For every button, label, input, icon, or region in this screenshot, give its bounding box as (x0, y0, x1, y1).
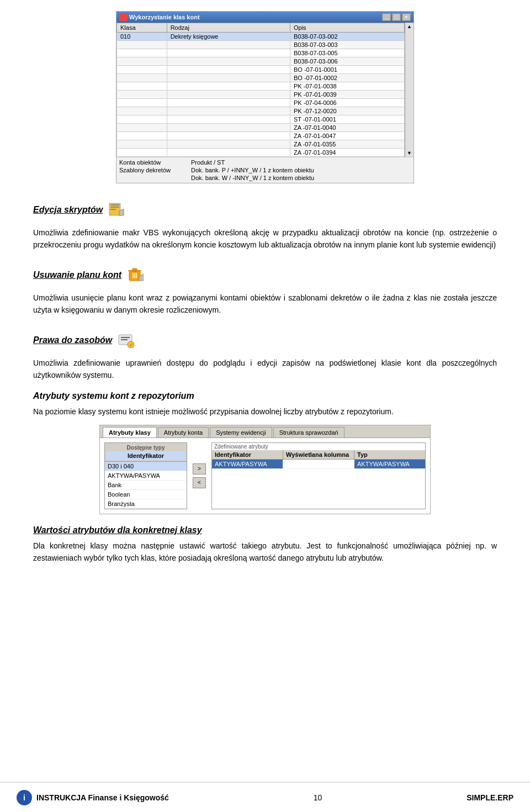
win1-bottom: Konta obiektów Produkt / ST Szablony dek… (116, 157, 414, 183)
defined-attrs-panel: Zdefiniowane atrybuty Identyfikator Wyśw… (211, 442, 426, 509)
footer: i INSTRUKCJA Finanse i Księgowość 10 SIM… (0, 782, 530, 812)
bottom-value-2: Dok. bank. W / -INNY_W / 1 z kontem obie… (191, 175, 411, 181)
svg-rect-14 (121, 339, 128, 340)
window2-screenshot: Atrybuty klasy Atrybuty konta Systemy ew… (99, 425, 431, 514)
bottom-label-2 (119, 175, 191, 181)
dah-identyfikator: Identyfikator (212, 450, 283, 459)
win1-controls: _ □ × (382, 13, 411, 21)
table-row[interactable]: PK -07-01-0039 (117, 91, 405, 99)
table-row[interactable]: BO -07-01-0001 (117, 66, 405, 74)
table-row[interactable]: ZA -07-01-0047 (117, 132, 405, 140)
win2-tabs: Atrybuty klasy Atrybuty konta Systemy ew… (100, 425, 430, 438)
table-row[interactable]: ZA -07-01-0040 (117, 124, 405, 132)
table-row[interactable]: ST -07-01-0001 (117, 115, 405, 124)
bottom-value-0: Produkt / ST (191, 159, 411, 166)
footer-title: INSTRUKCJA Finanse i Księgowość (36, 793, 169, 802)
section1-text: Umożliwia zdefiniowanie makr VBS wykonuj… (33, 226, 497, 251)
section2-text: Umożliwia usunięcie planu kont wraz z po… (33, 292, 497, 317)
svg-rect-2 (110, 207, 119, 208)
footer-page: 10 (314, 793, 322, 802)
bottom-label-0: Konta obiektów (119, 159, 191, 166)
table-row[interactable]: B038-07-03-003 (117, 41, 405, 49)
section1-heading: Edycja skryptów (33, 200, 497, 220)
section3-title: Prawa do zasobów (33, 335, 112, 345)
section5-title: Wartości atrybutów dla konkretnej klasy (33, 525, 202, 535)
table-row[interactable]: B038-07-03-006 (117, 57, 405, 66)
bottom-label-1: Szablony dekretów (119, 167, 191, 173)
svg-rect-3 (110, 209, 116, 210)
section3-heading: Prawa do zasobów ✓ (33, 330, 497, 350)
section1-title: Edycja skryptów (33, 205, 103, 215)
table-row[interactable]: B038-07-03-005 (117, 49, 405, 57)
at-row-bank[interactable]: Bank (105, 481, 187, 490)
table-row[interactable]: PK -07-04-0006 (117, 99, 405, 107)
win1-close[interactable]: × (402, 13, 411, 21)
section2-heading: Usuwanie planu kont (33, 265, 497, 285)
svg-text:✓: ✓ (129, 342, 133, 348)
win1-icon (119, 13, 127, 21)
win1-scrollbar[interactable]: ▲ ▼ (405, 23, 414, 157)
win1-minimize[interactable]: _ (382, 13, 391, 21)
col-opis: Opis (290, 23, 405, 33)
footer-left: i INSTRUKCJA Finanse i Księgowość (17, 790, 169, 805)
at-row-d30[interactable]: D30 i 040 (105, 462, 187, 471)
at-row-aktywa[interactable]: AKTYWA/PASYWA (105, 471, 187, 481)
available-types-panel: Dostępne typy Identyfikator D30 i 040 AK… (104, 442, 187, 509)
transfer-buttons: > < (193, 442, 206, 509)
table-row[interactable]: 010Dekrety księgoweB038-07-03-002 (117, 33, 405, 41)
dar-col (283, 460, 354, 468)
dah-typ: Typ (354, 450, 425, 459)
col-klasa: Klasa (117, 23, 167, 33)
at-row-branzyst[interactable]: Branżysta (105, 499, 187, 509)
available-types-list: D30 i 040 AKTYWA/PASYWA Bank Boolean Bra… (105, 462, 187, 509)
defined-attrs-header: Identyfikator Wyświetlana kolumna Typ (212, 450, 425, 460)
section5-text: Dla konkretnej klasy można następnie ust… (33, 540, 497, 565)
delete-icon (126, 265, 144, 285)
tab-struktura-sprawozdan[interactable]: Struktura sprawozdań (273, 427, 344, 437)
at-row-boolean[interactable]: Boolean (105, 490, 187, 499)
table-row[interactable]: ZA -07-01-0355 (117, 140, 405, 149)
footer-icon: i (17, 790, 32, 805)
win1-table: Klasa Rodzaj Opis 010Dekrety księgoweB03… (116, 23, 405, 157)
svg-rect-13 (121, 337, 130, 338)
table-row[interactable]: PK -07-01-0038 (117, 82, 405, 91)
win1-maximize[interactable]: □ (392, 13, 401, 21)
table-row[interactable]: BO -07-01-0002 (117, 74, 405, 82)
section4-title: Atrybuty systemu kont z repozytorium (33, 391, 194, 400)
script-icon (107, 200, 125, 220)
dar-typ: AKTYWA/PASYWA (354, 460, 425, 468)
section3-text: Umożliwia zdefiniowanie uprawnień dostęp… (33, 357, 497, 382)
footer-brand: SIMPLE.ERP (467, 793, 513, 802)
col-rodzaj: Rodzaj (167, 23, 290, 33)
section4-text: Na poziomie klasy systemu kont istnieje … (33, 405, 497, 418)
tab-atrybuty-klasy[interactable]: Atrybuty klasy (103, 427, 157, 437)
available-types-header: Dostępne typy Identyfikator (105, 443, 187, 462)
rights-icon: ✓ (116, 330, 134, 350)
dar-id: AKTYWA/PASYWA (212, 460, 283, 468)
win1-title: Wykorzystanie klas kont (129, 14, 200, 20)
table-row[interactable]: PK -07-12-0020 (117, 107, 405, 115)
add-button[interactable]: > (193, 463, 206, 474)
win2-tab-content: Dostępne typy Identyfikator D30 i 040 AK… (100, 438, 430, 514)
svg-rect-1 (110, 204, 119, 205)
dah-wyswietlana: Wyświetlana kolumna (283, 450, 354, 459)
table-row[interactable]: ZA -07-01-0394 (117, 149, 405, 157)
tab-atrybuty-konta[interactable]: Atrybuty konta (158, 427, 209, 437)
win1-titlebar: Wykorzystanie klas kont _ □ × (116, 12, 414, 23)
tab-systemy-ewidencji[interactable]: Systemy ewidencji (210, 427, 272, 437)
bottom-value-1: Dok. bank. P / +INNY_W / 1 z kontem obie… (191, 167, 411, 173)
section2-title: Usuwanie planu kont (33, 270, 121, 280)
defined-attrs-row-1: AKTYWA/PASYWA AKTYWA/PASYWA (212, 460, 425, 469)
window1-screenshot: Wykorzystanie klas kont _ □ × Klasa Rodz… (116, 11, 414, 183)
remove-button[interactable]: < (193, 477, 206, 488)
